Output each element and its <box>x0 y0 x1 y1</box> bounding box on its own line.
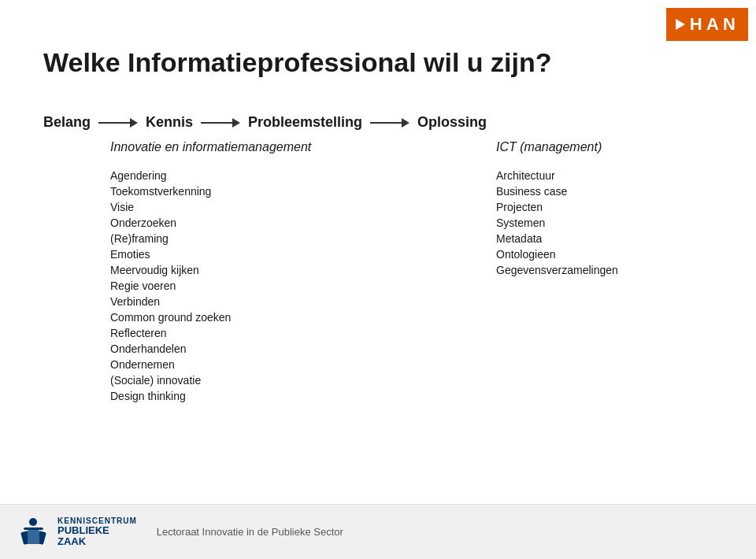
left-list-item: (Sociale) innovatie <box>110 374 231 387</box>
left-list-item: (Re)framing <box>110 232 231 245</box>
kpz-icon <box>16 514 51 550</box>
left-list-item: Verbinden <box>110 295 231 308</box>
right-list-item: Metadata <box>496 232 618 245</box>
han-label: H A N <box>690 14 736 35</box>
page-title: Welke Informatieprofessional wil u zijn? <box>43 47 552 78</box>
subtitle-ict: ICT (management) <box>496 140 602 154</box>
arrow-2 <box>201 118 240 128</box>
han-logo: H A N <box>666 8 748 41</box>
han-triangle-icon <box>676 19 685 30</box>
left-list-item: Ondernemen <box>110 358 231 371</box>
bottom-bar: KENNISCENTRUM PUBLIEKE ZAAK Lectoraat In… <box>0 504 756 559</box>
right-list-item: Gegevensverzamelingen <box>496 264 618 276</box>
right-list-item: Systemen <box>496 217 618 229</box>
left-list-item: Emoties <box>110 248 231 261</box>
kpz-zaak-label: ZAAK <box>57 536 137 547</box>
right-list-item: Projecten <box>496 201 618 213</box>
svg-point-0 <box>29 518 37 526</box>
left-list: AgenderingToekomstverkenningVisieOnderzo… <box>110 169 231 402</box>
left-list-item: Design thinking <box>110 390 231 402</box>
footer-tagline: Lectoraat Innovatie in de Publieke Secto… <box>157 526 343 538</box>
subtitle-innovatie: Innovatie en informatiemanagement <box>110 140 311 154</box>
flow-step-probleemstelling: Probleemstelling <box>248 114 362 131</box>
left-list-item: Onderzoeken <box>110 217 231 229</box>
svg-rect-4 <box>28 530 39 544</box>
flow-step-oplossing: Oplossing <box>417 114 487 131</box>
flow-row: Belang Kennis Probleemstelling Oplossing <box>43 114 487 131</box>
left-list-item: Regie voeren <box>110 280 231 292</box>
left-list-item: Agendering <box>110 169 231 182</box>
left-list-item: Reflecteren <box>110 327 231 339</box>
right-list-item: Business case <box>496 185 618 198</box>
flow-step-belang: Belang <box>43 114 91 131</box>
arrow-1 <box>98 118 138 128</box>
left-list-item: Visie <box>110 201 231 213</box>
right-list-item: Ontologieen <box>496 248 618 261</box>
left-list-item: Onderhandelen <box>110 342 231 355</box>
left-list-item: Common ground zoeken <box>110 311 231 324</box>
kpz-publieke-label: PUBLIEKE <box>57 525 137 536</box>
left-list-item: Meervoudig kijken <box>110 264 231 276</box>
left-list-item: Toekomstverkenning <box>110 185 231 198</box>
kpz-logo: KENNISCENTRUM PUBLIEKE ZAAK <box>16 514 137 550</box>
right-list-item: Architectuur <box>496 169 618 182</box>
kpz-text: KENNISCENTRUM PUBLIEKE ZAAK <box>57 516 137 548</box>
flow-step-kennis: Kennis <box>146 114 193 131</box>
right-list: ArchitectuurBusiness caseProjectenSystem… <box>496 169 618 276</box>
arrow-3 <box>370 118 410 128</box>
svg-rect-1 <box>24 528 43 530</box>
